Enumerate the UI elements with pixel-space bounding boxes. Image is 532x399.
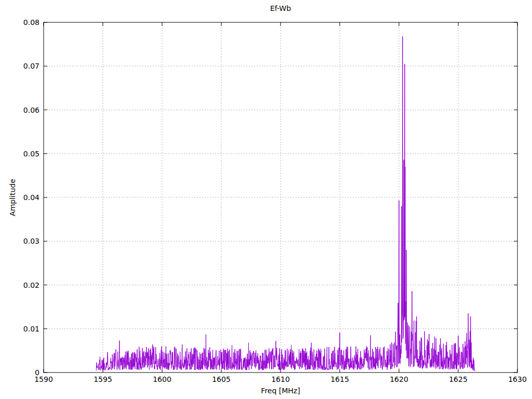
y-tick-label-0.07: 0.07: [6, 62, 39, 70]
y-tick-label-0: 0: [6, 368, 39, 377]
chart-title: Ef-Wb: [44, 4, 517, 12]
y-tick-label-0.02: 0.02: [6, 281, 39, 289]
y-tick-label-0.08: 0.08: [6, 18, 39, 26]
y-tick-label-0.01: 0.01: [6, 325, 39, 333]
figure-canvas: Ef-Wb Freq [MHz] Amplitude 1590159516001…: [0, 0, 532, 399]
y-tick-label-0.06: 0.06: [6, 106, 39, 114]
x-tick-label-1595: 1595: [85, 375, 121, 383]
x-tick-label-1625: 1625: [440, 375, 476, 383]
y-tick-label-0.05: 0.05: [6, 150, 39, 158]
y-tick-label-0.03: 0.03: [6, 237, 39, 245]
x-tick-label-1630: 1630: [499, 375, 532, 383]
x-axis-title: Freq [MHz]: [44, 387, 517, 395]
spectrum-plot: [0, 0, 532, 399]
x-tick-label-1615: 1615: [322, 375, 358, 383]
x-tick-label-1610: 1610: [262, 375, 299, 383]
y-tick-label-0.04: 0.04: [6, 193, 39, 202]
x-tick-label-1605: 1605: [203, 375, 240, 383]
x-tick-label-1620: 1620: [381, 375, 417, 383]
x-tick-label-1600: 1600: [144, 375, 180, 383]
spectrum-trace: [96, 36, 475, 371]
